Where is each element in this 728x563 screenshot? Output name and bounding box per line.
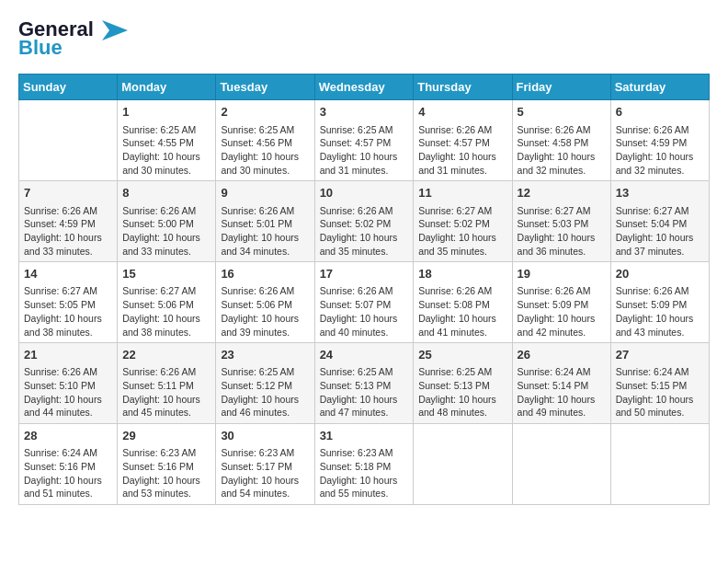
col-header-tuesday: Tuesday bbox=[216, 75, 314, 100]
day-cell: 26Sunrise: 6:24 AMSunset: 5:14 PMDayligh… bbox=[512, 343, 610, 424]
day-info: Sunrise: 6:26 AMSunset: 4:58 PMDaylight:… bbox=[518, 123, 606, 178]
day-cell bbox=[19, 100, 118, 181]
day-cell: 25Sunrise: 6:25 AMSunset: 5:13 PMDayligh… bbox=[414, 343, 512, 424]
day-number: 24 bbox=[320, 347, 409, 363]
day-cell: 5Sunrise: 6:26 AMSunset: 4:58 PMDaylight… bbox=[512, 100, 610, 181]
day-cell: 31Sunrise: 6:23 AMSunset: 5:18 PMDayligh… bbox=[314, 424, 414, 505]
day-info: Sunrise: 6:23 AMSunset: 5:18 PMDaylight:… bbox=[320, 446, 409, 500]
day-number: 29 bbox=[122, 428, 210, 444]
day-cell: 14Sunrise: 6:27 AMSunset: 5:05 PMDayligh… bbox=[19, 262, 118, 343]
day-info: Sunrise: 6:25 AMSunset: 5:12 PMDaylight:… bbox=[221, 365, 309, 419]
day-info: Sunrise: 6:24 AMSunset: 5:14 PMDaylight:… bbox=[518, 365, 606, 419]
day-info: Sunrise: 6:25 AMSunset: 4:57 PMDaylight:… bbox=[320, 123, 409, 178]
day-number: 27 bbox=[616, 347, 704, 363]
day-cell: 1Sunrise: 6:25 AMSunset: 4:55 PMDaylight… bbox=[118, 100, 216, 181]
day-cell: 20Sunrise: 6:26 AMSunset: 5:09 PMDayligh… bbox=[610, 262, 709, 343]
page-header: General Blue bbox=[18, 18, 710, 59]
day-cell: 30Sunrise: 6:23 AMSunset: 5:17 PMDayligh… bbox=[216, 424, 314, 505]
day-info: Sunrise: 6:26 AMSunset: 4:59 PMDaylight:… bbox=[24, 204, 112, 259]
day-number: 11 bbox=[418, 185, 506, 201]
day-cell: 18Sunrise: 6:26 AMSunset: 5:08 PMDayligh… bbox=[414, 262, 512, 343]
day-number: 17 bbox=[320, 266, 409, 282]
day-number: 22 bbox=[122, 347, 210, 363]
day-info: Sunrise: 6:26 AMSunset: 5:01 PMDaylight:… bbox=[221, 204, 309, 259]
day-cell: 16Sunrise: 6:26 AMSunset: 5:06 PMDayligh… bbox=[216, 262, 314, 343]
day-cell: 12Sunrise: 6:27 AMSunset: 5:03 PMDayligh… bbox=[512, 181, 610, 262]
week-row-4: 21Sunrise: 6:26 AMSunset: 5:10 PMDayligh… bbox=[19, 343, 710, 424]
day-number: 9 bbox=[221, 185, 309, 201]
day-info: Sunrise: 6:24 AMSunset: 5:15 PMDaylight:… bbox=[616, 365, 704, 419]
day-cell: 4Sunrise: 6:26 AMSunset: 4:57 PMDaylight… bbox=[414, 100, 512, 181]
day-number: 10 bbox=[320, 185, 409, 201]
day-number: 26 bbox=[518, 347, 606, 363]
calendar-table: SundayMondayTuesdayWednesdayThursdayFrid… bbox=[18, 74, 710, 505]
day-number: 19 bbox=[518, 266, 606, 282]
day-info: Sunrise: 6:26 AMSunset: 5:10 PMDaylight:… bbox=[24, 365, 112, 419]
day-cell: 19Sunrise: 6:26 AMSunset: 5:09 PMDayligh… bbox=[512, 262, 610, 343]
day-number: 3 bbox=[320, 104, 409, 121]
logo: General Blue bbox=[18, 18, 128, 59]
week-row-3: 14Sunrise: 6:27 AMSunset: 5:05 PMDayligh… bbox=[19, 262, 710, 343]
day-info: Sunrise: 6:26 AMSunset: 4:59 PMDaylight:… bbox=[616, 123, 704, 178]
day-info: Sunrise: 6:26 AMSunset: 5:08 PMDaylight:… bbox=[418, 284, 506, 339]
day-info: Sunrise: 6:25 AMSunset: 4:56 PMDaylight:… bbox=[221, 123, 309, 178]
col-header-saturday: Saturday bbox=[610, 75, 709, 100]
day-cell: 27Sunrise: 6:24 AMSunset: 5:15 PMDayligh… bbox=[610, 343, 709, 424]
day-info: Sunrise: 6:26 AMSunset: 5:11 PMDaylight:… bbox=[122, 365, 210, 419]
day-number: 1 bbox=[122, 104, 210, 121]
col-header-sunday: Sunday bbox=[19, 75, 118, 100]
day-number: 6 bbox=[616, 104, 704, 121]
day-cell: 15Sunrise: 6:27 AMSunset: 5:06 PMDayligh… bbox=[118, 262, 216, 343]
day-number: 31 bbox=[320, 428, 409, 444]
day-cell bbox=[512, 424, 610, 505]
day-number: 18 bbox=[418, 266, 506, 282]
day-info: Sunrise: 6:26 AMSunset: 5:09 PMDaylight:… bbox=[616, 284, 704, 339]
day-cell: 24Sunrise: 6:25 AMSunset: 5:13 PMDayligh… bbox=[314, 343, 414, 424]
day-number: 21 bbox=[24, 347, 112, 363]
day-info: Sunrise: 6:26 AMSunset: 4:57 PMDaylight:… bbox=[418, 123, 506, 178]
day-info: Sunrise: 6:23 AMSunset: 5:17 PMDaylight:… bbox=[221, 446, 309, 500]
day-number: 15 bbox=[122, 266, 210, 282]
day-info: Sunrise: 6:26 AMSunset: 5:06 PMDaylight:… bbox=[221, 284, 309, 339]
svg-marker-0 bbox=[102, 20, 128, 40]
header-row: SundayMondayTuesdayWednesdayThursdayFrid… bbox=[19, 75, 710, 100]
col-header-friday: Friday bbox=[512, 75, 610, 100]
col-header-monday: Monday bbox=[118, 75, 216, 100]
day-info: Sunrise: 6:25 AMSunset: 5:13 PMDaylight:… bbox=[418, 365, 506, 419]
day-cell bbox=[414, 424, 512, 505]
day-info: Sunrise: 6:27 AMSunset: 5:05 PMDaylight:… bbox=[24, 284, 112, 339]
col-header-thursday: Thursday bbox=[414, 75, 512, 100]
day-info: Sunrise: 6:25 AMSunset: 4:55 PMDaylight:… bbox=[122, 123, 210, 178]
day-info: Sunrise: 6:26 AMSunset: 5:07 PMDaylight:… bbox=[320, 284, 409, 339]
day-cell bbox=[610, 424, 709, 505]
day-info: Sunrise: 6:24 AMSunset: 5:16 PMDaylight:… bbox=[24, 446, 112, 500]
day-number: 13 bbox=[616, 185, 704, 201]
day-cell: 2Sunrise: 6:25 AMSunset: 4:56 PMDaylight… bbox=[216, 100, 314, 181]
day-number: 8 bbox=[122, 185, 210, 201]
day-info: Sunrise: 6:27 AMSunset: 5:06 PMDaylight:… bbox=[122, 284, 210, 339]
day-info: Sunrise: 6:27 AMSunset: 5:04 PMDaylight:… bbox=[616, 204, 704, 259]
day-number: 2 bbox=[221, 104, 309, 121]
day-info: Sunrise: 6:26 AMSunset: 5:09 PMDaylight:… bbox=[518, 284, 606, 339]
day-number: 25 bbox=[418, 347, 506, 363]
week-row-2: 7Sunrise: 6:26 AMSunset: 4:59 PMDaylight… bbox=[19, 181, 710, 262]
day-cell: 28Sunrise: 6:24 AMSunset: 5:16 PMDayligh… bbox=[19, 424, 118, 505]
day-number: 5 bbox=[518, 104, 606, 121]
day-cell: 6Sunrise: 6:26 AMSunset: 4:59 PMDaylight… bbox=[610, 100, 709, 181]
day-number: 30 bbox=[221, 428, 309, 444]
day-cell: 3Sunrise: 6:25 AMSunset: 4:57 PMDaylight… bbox=[314, 100, 414, 181]
day-number: 12 bbox=[518, 185, 606, 201]
logo-icon bbox=[102, 20, 128, 40]
day-number: 14 bbox=[24, 266, 112, 282]
day-cell: 9Sunrise: 6:26 AMSunset: 5:01 PMDaylight… bbox=[216, 181, 314, 262]
day-cell: 10Sunrise: 6:26 AMSunset: 5:02 PMDayligh… bbox=[314, 181, 414, 262]
day-cell: 21Sunrise: 6:26 AMSunset: 5:10 PMDayligh… bbox=[19, 343, 118, 424]
day-cell: 17Sunrise: 6:26 AMSunset: 5:07 PMDayligh… bbox=[314, 262, 414, 343]
week-row-5: 28Sunrise: 6:24 AMSunset: 5:16 PMDayligh… bbox=[19, 424, 710, 505]
day-info: Sunrise: 6:26 AMSunset: 5:02 PMDaylight:… bbox=[320, 204, 409, 259]
day-number: 20 bbox=[616, 266, 704, 282]
day-number: 7 bbox=[24, 185, 112, 201]
day-cell: 29Sunrise: 6:23 AMSunset: 5:16 PMDayligh… bbox=[118, 424, 216, 505]
day-cell: 8Sunrise: 6:26 AMSunset: 5:00 PMDaylight… bbox=[118, 181, 216, 262]
day-number: 23 bbox=[221, 347, 309, 363]
